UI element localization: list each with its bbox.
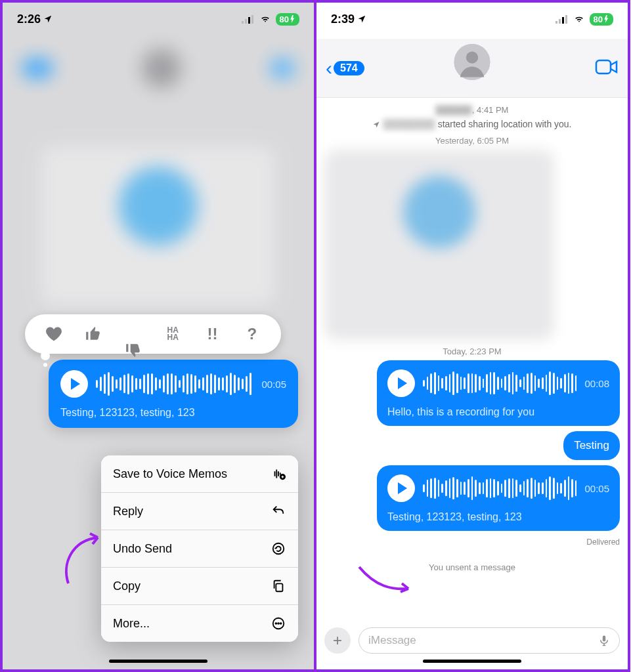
waveform (96, 371, 253, 397)
svg-rect-0 (242, 21, 244, 24)
copy-icon (271, 578, 286, 594)
received-message-blurred (324, 150, 554, 340)
plus-icon: + (333, 631, 342, 650)
svg-rect-18 (603, 636, 606, 642)
waveform-plus-icon (271, 466, 286, 482)
reply-arrow-icon (271, 503, 286, 519)
sent-voice-message-1[interactable]: 00:08 Hello, this is a recording for you (377, 360, 620, 426)
unread-badge: 574 (334, 61, 364, 75)
tapback-exclaim[interactable]: !! (198, 320, 227, 348)
play-icon (71, 378, 80, 390)
svg-rect-12 (559, 19, 561, 24)
sent-text-message[interactable]: Testing (563, 431, 620, 460)
menu-label: Copy (113, 579, 141, 593)
contact-avatar[interactable] (454, 44, 490, 80)
tapback-thumbs-up[interactable] (79, 320, 108, 348)
waveform (423, 475, 577, 501)
menu-label: Reply (113, 505, 143, 518)
location-sharing-notice: ████████ started sharing location with y… (324, 119, 620, 129)
svg-point-8 (275, 623, 276, 624)
play-icon (398, 377, 407, 389)
screenshot-left: 2:26 80 HAHA !! ? 00:05 Testing, 123123,… (0, 0, 315, 672)
menu-label: Save to Voice Memos (113, 467, 227, 481)
message-text: Testing (574, 439, 609, 452)
status-bar: 2:26 80 (3, 3, 314, 35)
status-bar: 2:39 80 (316, 3, 628, 35)
voice-transcription: Testing, 123123, testing, 123 (387, 511, 609, 523)
video-icon (595, 58, 619, 75)
play-icon (398, 482, 407, 494)
cellular-icon (555, 14, 569, 24)
svg-rect-14 (565, 15, 567, 24)
home-indicator[interactable] (423, 660, 521, 663)
play-button[interactable] (60, 370, 88, 398)
cellular-icon (242, 14, 255, 24)
menu-save-voice-memos[interactable]: Save to Voice Memos (101, 455, 298, 493)
svg-point-5 (273, 543, 284, 555)
svg-rect-1 (245, 19, 247, 24)
undo-circle-icon (271, 541, 286, 556)
battery-indicator: 80 (276, 13, 299, 26)
wifi-icon (259, 14, 272, 24)
timestamp-today: Today, 2:23 PM (324, 346, 620, 356)
voice-duration: 00:08 (584, 378, 609, 389)
input-placeholder: iMessage (368, 634, 416, 647)
add-attachment-button[interactable]: + (324, 627, 351, 654)
menu-reply[interactable]: Reply (101, 493, 298, 530)
svg-rect-11 (555, 21, 557, 24)
header-timestamp: ██████, 4:41 PM (324, 105, 620, 115)
svg-point-9 (278, 623, 279, 624)
tapback-heart[interactable] (39, 320, 68, 348)
svg-rect-13 (562, 17, 564, 24)
voice-transcription: Hello, this is a recording for you (387, 406, 609, 418)
chevron-left-icon: ‹ (326, 62, 332, 75)
status-time: 2:26 (17, 12, 41, 26)
conversation-content[interactable]: ██████, 4:41 PM ████████ started sharing… (316, 101, 628, 623)
back-button[interactable]: ‹ 574 (326, 61, 364, 75)
tapback-haha[interactable]: HAHA (158, 320, 187, 348)
wifi-icon (573, 14, 586, 24)
menu-copy[interactable]: Copy (101, 568, 298, 605)
navigation-bar: ‹ 574 (316, 39, 628, 98)
more-circle-icon (271, 616, 286, 631)
menu-undo-send[interactable]: Undo Send (101, 530, 298, 568)
svg-point-16 (466, 51, 478, 63)
svg-rect-17 (596, 60, 611, 74)
menu-label: More... (113, 617, 150, 631)
delivery-status: Delivered (586, 537, 620, 547)
voice-duration: 00:05 (584, 483, 609, 494)
message-input[interactable]: iMessage (359, 627, 620, 654)
location-arrow-icon (372, 121, 380, 129)
location-icon (43, 14, 53, 24)
tapback-thumbs-down[interactable] (119, 320, 148, 348)
svg-rect-3 (251, 15, 253, 24)
waveform (423, 370, 577, 396)
battery-indicator: 80 (590, 13, 613, 26)
voice-duration: 00:05 (261, 379, 286, 390)
screenshot-right: 2:39 80 ‹ 574 ██████, 4:41 PM ████████ s… (315, 0, 630, 672)
svg-point-10 (280, 623, 282, 624)
menu-more[interactable]: More... (101, 605, 298, 642)
timestamp-yesterday: Yesterday, 6:05 PM (324, 136, 620, 146)
tapback-bar: HAHA !! ? (25, 314, 281, 354)
voice-message-bubble[interactable]: 00:05 Testing, 123123, testing, 123 (49, 360, 298, 428)
home-indicator[interactable] (109, 660, 207, 663)
play-button[interactable] (387, 474, 415, 502)
play-button[interactable] (387, 369, 415, 397)
svg-rect-2 (248, 17, 250, 24)
context-menu: Save to Voice Memos Reply Undo Send Copy… (101, 455, 298, 642)
status-time: 2:39 (331, 12, 355, 26)
facetime-button[interactable] (595, 58, 619, 78)
sent-voice-message-2[interactable]: 00:05 Testing, 123123, testing, 123 (377, 465, 620, 531)
svg-rect-6 (276, 583, 282, 591)
tapback-question[interactable]: ? (238, 320, 267, 348)
voice-transcription: Testing, 123123, testing, 123 (60, 407, 286, 419)
location-icon (357, 14, 366, 24)
menu-label: Undo Send (113, 542, 172, 556)
person-icon (454, 44, 490, 80)
message-input-bar: + iMessage (324, 627, 620, 654)
microphone-icon[interactable] (598, 633, 610, 648)
unsent-notice: You unsent a message (324, 562, 620, 572)
